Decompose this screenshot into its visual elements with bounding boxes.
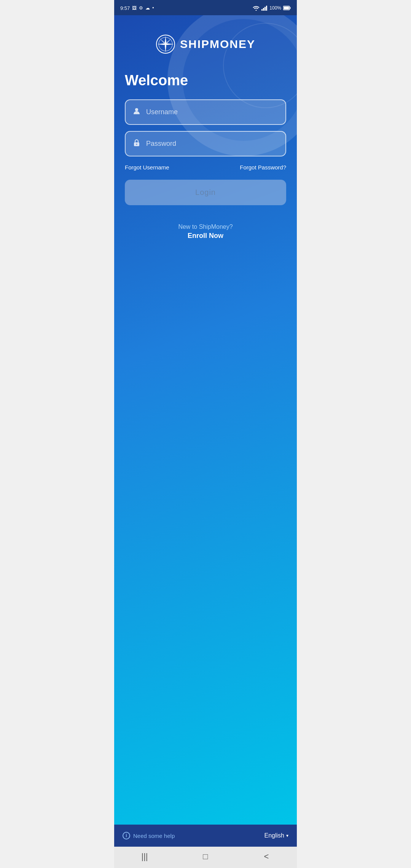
help-section[interactable]: i Need some help <box>123 832 175 839</box>
logo-area: ShipMoney <box>156 34 255 54</box>
chevron-down-icon: ▾ <box>286 833 288 838</box>
svg-rect-6 <box>284 7 289 10</box>
wifi-icon <box>253 5 260 11</box>
svg-marker-13 <box>159 38 166 44</box>
username-wrapper <box>125 99 286 125</box>
enroll-now-link[interactable]: Enroll Now <box>188 232 223 239</box>
time-display: 9:57 <box>120 5 130 11</box>
back-nav-button[interactable]: < <box>255 850 278 863</box>
dot-icon: • <box>152 5 154 11</box>
bottom-bar: i Need some help English ▾ <box>114 825 297 847</box>
battery-percentage: 100% <box>269 5 281 11</box>
battery-icon <box>283 6 291 10</box>
photo-icon: 🖼 <box>132 5 137 11</box>
svg-point-18 <box>135 108 138 111</box>
compass-icon <box>156 34 175 54</box>
svg-rect-2 <box>264 7 266 11</box>
cloud-icon: ☁ <box>145 5 150 11</box>
svg-marker-14 <box>166 38 172 44</box>
svg-marker-9 <box>165 36 166 44</box>
signal-icon <box>261 5 268 11</box>
language-label: English <box>264 832 284 839</box>
svg-rect-1 <box>263 8 264 11</box>
login-button[interactable]: Login <box>125 180 286 205</box>
brand-name: ShipMoney <box>180 38 255 51</box>
svg-marker-15 <box>159 44 166 50</box>
svg-rect-5 <box>290 7 291 9</box>
svg-marker-12 <box>166 43 174 45</box>
forgot-password-link[interactable]: Forgot Password? <box>240 164 286 171</box>
status-left: 9:57 🖼 ⚙ ☁ • <box>120 5 154 11</box>
main-content: ShipMoney Welcome <box>114 15 297 825</box>
svg-rect-20 <box>136 144 137 145</box>
lock-icon <box>132 139 141 149</box>
svg-rect-0 <box>261 9 263 11</box>
home-nav-button[interactable]: □ <box>194 850 217 863</box>
status-right: 100% <box>253 5 291 11</box>
menu-nav-button[interactable]: ||| <box>133 850 156 863</box>
nav-bar: ||| □ < <box>114 847 297 868</box>
forgot-links: Forgot Username Forgot Password? <box>125 164 286 171</box>
phone-wrapper: 9:57 🖼 ⚙ ☁ • 100% <box>114 0 297 868</box>
forgot-username-link[interactable]: Forgot Username <box>125 164 169 171</box>
input-group <box>125 99 286 156</box>
language-selector[interactable]: English ▾ <box>264 832 288 839</box>
user-icon <box>132 107 141 117</box>
help-text: Need some help <box>133 833 175 839</box>
help-icon: i <box>123 832 130 839</box>
password-wrapper <box>125 131 286 156</box>
welcome-heading: Welcome <box>125 72 188 89</box>
username-input[interactable] <box>146 108 279 116</box>
svg-marker-11 <box>157 43 166 45</box>
settings-icon: ⚙ <box>139 5 143 11</box>
password-input[interactable] <box>146 140 279 148</box>
svg-rect-3 <box>266 6 267 11</box>
svg-marker-16 <box>166 44 172 50</box>
new-to-text: New to ShipMoney? <box>178 223 233 230</box>
status-bar: 9:57 🖼 ⚙ ☁ • 100% <box>114 0 297 15</box>
enroll-section: New to ShipMoney? Enroll Now <box>178 223 233 240</box>
svg-marker-10 <box>165 44 166 53</box>
svg-point-17 <box>164 43 167 45</box>
